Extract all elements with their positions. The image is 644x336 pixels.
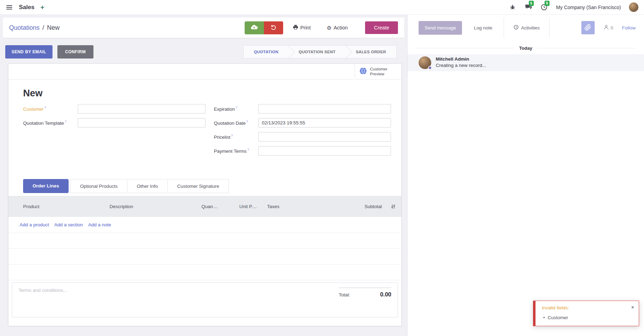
messages-badge: 5: [529, 1, 534, 6]
toast-accent-bar: [533, 301, 536, 326]
statusbar-step-quotation-sent[interactable]: QUOTATION SENT: [288, 46, 345, 58]
toast-content: Invalid fields: × • Customer: [536, 301, 639, 326]
help-marker: ?: [231, 134, 233, 137]
schedule-activity-button[interactable]: Activities: [504, 18, 550, 38]
totals-block: Total: 0.00: [339, 288, 391, 312]
quotation-date-input[interactable]: [258, 118, 391, 128]
messages-icon[interactable]: 5: [525, 4, 532, 11]
message-content: Mitchell Admin Creating a new record...: [436, 56, 486, 68]
breadcrumb-current: New: [47, 24, 59, 32]
print-label: Print: [300, 25, 311, 30]
control-panel-actions: Print ⚙ Action Create: [245, 21, 398, 34]
navbar-right: 5 9 My Company (San Francisco): [509, 2, 638, 12]
help-marker: ?: [65, 120, 66, 123]
add-note-link[interactable]: Add a note: [88, 222, 111, 227]
total-value: 0.00: [380, 291, 391, 298]
statusbar-step-quotation[interactable]: QUOTATION: [244, 46, 288, 58]
column-description: Description: [110, 204, 190, 209]
chatter-toolbar-right: 0 Follow: [581, 21, 636, 34]
confirm-button[interactable]: CONFIRM: [57, 45, 93, 59]
date-divider-label: Today: [519, 46, 532, 51]
notebook-tabs: Order Lines Optional Products Other Info…: [23, 179, 401, 193]
empty-order-line: [8, 249, 401, 265]
gear-icon: ⚙: [327, 25, 331, 30]
chatter-message: Mitchell Admin Creating a new record...: [407, 54, 644, 71]
followers-button[interactable]: 0: [603, 25, 613, 31]
save-discard-group: [245, 21, 283, 34]
send-message-button[interactable]: Send message: [419, 21, 462, 35]
column-unit-price: Unit P…: [218, 204, 257, 209]
add-product-link[interactable]: Add a product: [20, 222, 49, 227]
expiration-input[interactable]: [258, 104, 391, 114]
app-name-menu[interactable]: Sales: [19, 4, 34, 11]
message-avatar: [419, 56, 431, 69]
column-taxes: Taxes: [257, 204, 309, 209]
invalid-fields-toast: Invalid fields: × • Customer: [533, 301, 639, 326]
empty-order-line: [8, 265, 401, 280]
save-record-button[interactable]: [245, 21, 264, 34]
terms-placeholder[interactable]: Terms and conditions...: [19, 288, 67, 312]
customer-preview-button[interactable]: Customer Preview: [355, 64, 401, 80]
discard-changes-button[interactable]: [264, 21, 283, 34]
customer-input[interactable]: [78, 104, 205, 114]
field-quotation-date: Quotation Date?: [214, 118, 391, 128]
quotation-date-label: Quotation Date?: [214, 120, 258, 126]
field-payment-terms: Payment Terms?: [214, 146, 391, 156]
main-area: Quotations / New Print: [0, 15, 644, 336]
debug-bug-icon[interactable]: [509, 4, 517, 11]
add-section-link[interactable]: Add a section: [54, 222, 83, 227]
form-sheet: Customer Preview New Customer? Quotation: [8, 63, 402, 326]
print-menu[interactable]: Print: [293, 25, 311, 31]
attach-files-button[interactable]: [581, 21, 595, 34]
statusbar-steps: QUOTATION QUOTATION SENT SALES ORDER: [243, 45, 397, 59]
apps-menu-icon[interactable]: [6, 4, 13, 11]
order-lines-actions: Add a product Add a section Add a note: [8, 217, 401, 233]
message-body: Creating a new record...: [436, 63, 486, 68]
column-product: Product: [23, 204, 110, 209]
follower-count: 0: [610, 25, 613, 30]
log-note-button[interactable]: Log note: [474, 25, 492, 30]
action-menu[interactable]: ⚙ Action: [327, 25, 348, 30]
printer-icon: [293, 25, 298, 31]
tab-other-info[interactable]: Other Info: [127, 179, 168, 193]
payment-terms-input[interactable]: [258, 146, 391, 156]
total-label: Total:: [339, 292, 350, 297]
undo-icon: [270, 24, 277, 32]
quotation-template-input[interactable]: [78, 118, 205, 128]
toast-invalid-field: • Customer: [542, 315, 634, 320]
chatter-panel: Send message Log note Activities 0 Follo…: [407, 15, 644, 336]
activity-clock-icon[interactable]: 9: [540, 4, 548, 11]
chatter-toolbar: Send message Log note Activities 0 Follo…: [407, 15, 644, 41]
navbar-left: Sales +: [6, 4, 44, 11]
help-marker: ?: [247, 148, 249, 151]
user-avatar[interactable]: [629, 2, 638, 12]
cloud-upload-icon: [250, 23, 258, 32]
sheet-top-strip: Customer Preview: [8, 64, 401, 80]
field-customer: Customer?: [23, 104, 214, 114]
tab-optional-products[interactable]: Optional Products: [70, 179, 127, 193]
record-title: New: [23, 88, 401, 99]
clock-icon: [513, 25, 519, 31]
new-tab-button[interactable]: +: [40, 4, 44, 11]
activity-badge: 9: [545, 1, 550, 6]
tab-order-lines[interactable]: Order Lines: [23, 179, 69, 193]
pricelist-input[interactable]: [258, 132, 391, 142]
expiration-label: Expiration?: [214, 106, 258, 112]
form-column: Quotations / New Print: [0, 15, 407, 336]
breadcrumb-quotations-link[interactable]: Quotations: [9, 24, 40, 32]
bullet: •: [543, 315, 545, 320]
close-icon[interactable]: ×: [631, 304, 634, 310]
help-marker: ?: [236, 106, 237, 109]
statusbar-step-sales-order[interactable]: SALES ORDER: [346, 46, 396, 58]
follow-button[interactable]: Follow: [622, 25, 636, 30]
tab-customer-signature[interactable]: Customer Signature: [167, 179, 229, 193]
create-button[interactable]: Create: [365, 21, 398, 34]
paperclip-icon: [584, 24, 592, 32]
help-marker: ?: [246, 120, 248, 123]
optional-columns-icon[interactable]: [388, 204, 396, 209]
send-by-email-button[interactable]: SEND BY EMAIL: [5, 45, 52, 59]
date-divider: Today: [416, 46, 636, 51]
company-switcher[interactable]: My Company (San Francisco): [556, 5, 621, 10]
terms-and-totals: Terms and conditions... Total: 0.00: [12, 282, 398, 317]
order-lines-header: Product Description Quan… Unit P… Taxes …: [8, 196, 401, 217]
